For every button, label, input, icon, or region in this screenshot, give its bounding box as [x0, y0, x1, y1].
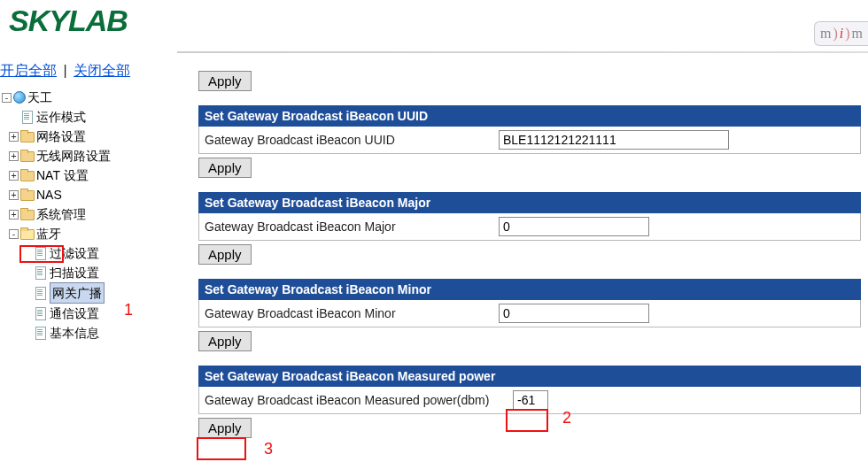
tree-item-label[interactable]: 网络设置 — [36, 127, 86, 146]
sidebar: 开启全部 | 关闭全部 天工 运作模式 网络设置 — [0, 53, 186, 462]
collapse-icon[interactable] — [2, 93, 12, 103]
expand-icon[interactable] — [9, 132, 19, 142]
apply-button-top[interactable]: Apply — [198, 71, 252, 91]
apply-button-minor[interactable]: Apply — [198, 331, 252, 351]
folder-icon — [20, 189, 35, 201]
tree-item-bluetooth[interactable]: 蓝牙 — [0, 224, 182, 243]
apply-button-uuid[interactable]: Apply — [198, 158, 252, 178]
tree-item-label[interactable]: 通信设置 — [50, 304, 99, 323]
tree-item-label-selected[interactable]: 网关广播 — [50, 282, 105, 304]
collapse-icon[interactable] — [9, 229, 19, 239]
field-label-uuid: Gateway Broadcast iBeacon UUID — [199, 127, 493, 152]
header-divider — [177, 51, 868, 53]
tree-item-network[interactable]: 网络设置 — [0, 127, 182, 146]
tree-item-label[interactable]: 过滤设置 — [50, 243, 99, 263]
tree-item-scan[interactable]: 扫描设置 — [0, 263, 182, 282]
tree-item-label[interactable]: 系统管理 — [36, 204, 86, 224]
open-all-link[interactable]: 开启全部 — [0, 63, 57, 78]
tree-item-label[interactable]: 运作模式 — [36, 107, 86, 127]
page-icon — [34, 327, 48, 339]
tree-item-basic-info[interactable]: 基本信息 — [0, 323, 182, 343]
page-icon — [34, 266, 48, 279]
expand-icon[interactable] — [9, 151, 19, 161]
folder-open-icon — [20, 227, 35, 240]
tree-expand-controls: 开启全部 | 关闭全部 — [0, 58, 182, 88]
major-input[interactable] — [499, 217, 649, 236]
tree-item-label[interactable]: NAS — [36, 185, 62, 204]
globe-icon — [13, 91, 26, 104]
main-content: Apply Set Gateway Broadcast iBeacon UUID… — [186, 53, 868, 462]
page-icon — [34, 287, 48, 299]
separator: | — [60, 63, 69, 78]
section-header-major: Set Gateway Broadcast iBeacon Major — [198, 192, 861, 213]
section-header-minor: Set Gateway Broadcast iBeacon Minor — [198, 279, 861, 300]
tree-item-operate-mode[interactable]: 运作模式 — [0, 107, 182, 127]
folder-icon — [20, 208, 35, 220]
close-all-link[interactable]: 关闭全部 — [74, 63, 130, 78]
page-icon — [34, 247, 48, 259]
tree-item-label[interactable]: 无线网路设置 — [36, 146, 111, 166]
section-header-uuid: Set Gateway Broadcast iBeacon UUID — [198, 105, 861, 127]
apply-button-power[interactable]: Apply — [198, 418, 252, 438]
tree-item-wireless[interactable]: 无线网路设置 — [0, 146, 182, 166]
badge-mim-icon: m ) i ) m — [814, 21, 868, 46]
power-input[interactable] — [513, 390, 548, 410]
field-label-minor: Gateway Broadcast iBeacon Minor — [199, 301, 493, 326]
header: SKYLAB m ) i ) m — [0, 0, 868, 53]
tree-item-label[interactable]: 蓝牙 — [36, 224, 61, 243]
tree-item-nas[interactable]: NAS — [0, 185, 182, 204]
folder-icon — [20, 130, 35, 142]
tree-item-label[interactable]: 扫描设置 — [50, 263, 99, 282]
field-label-major: Gateway Broadcast iBeacon Major — [199, 214, 493, 239]
expand-icon[interactable] — [9, 210, 19, 219]
page-icon — [34, 307, 48, 320]
tree-item-gateway-broadcast[interactable]: 网关广播 — [0, 282, 182, 304]
tree-item-filter[interactable]: 过滤设置 — [0, 243, 182, 263]
tree-item-label[interactable]: 基本信息 — [50, 323, 99, 343]
apply-button-major[interactable]: Apply — [198, 244, 252, 265]
tree-root[interactable]: 天工 — [0, 88, 182, 107]
tree-item-label[interactable]: NAT 设置 — [36, 166, 89, 185]
nav-tree: 天工 运作模式 网络设置 无线网路设置 NAT 设置 — [0, 88, 182, 343]
folder-icon — [20, 150, 35, 162]
tree-item-system[interactable]: 系统管理 — [0, 204, 182, 224]
field-label-power: Gateway Broadcast iBeacon Measured power… — [199, 388, 508, 412]
expand-icon[interactable] — [9, 190, 19, 200]
page-icon — [20, 111, 35, 123]
expand-icon[interactable] — [9, 171, 19, 181]
tree-item-comm[interactable]: 通信设置 — [0, 304, 182, 323]
section-header-power: Set Gateway Broadcast iBeacon Measured p… — [198, 366, 861, 387]
tree-root-label[interactable]: 天工 — [27, 88, 52, 107]
minor-input[interactable] — [499, 304, 649, 323]
logo: SKYLAB — [9, 4, 128, 38]
tree-item-nat[interactable]: NAT 设置 — [0, 166, 182, 185]
folder-icon — [20, 169, 35, 181]
uuid-input[interactable] — [499, 130, 729, 150]
